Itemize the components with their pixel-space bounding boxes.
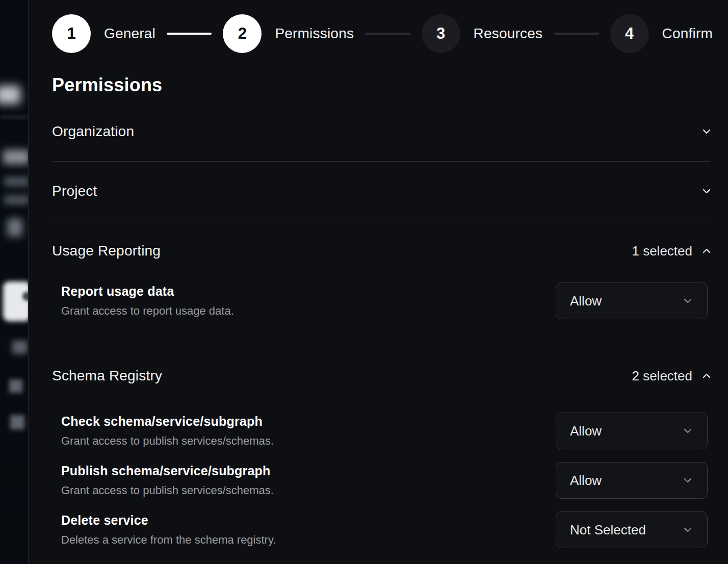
select-value: Not Selected (570, 522, 646, 538)
chevron-down-icon (700, 125, 713, 138)
step-confirm[interactable]: 4 Confirm (610, 14, 713, 53)
backdrop-blurred-text (4, 195, 29, 204)
app-root: 1 General 2 Permissions 3 Resources 4 Co… (0, 0, 728, 564)
backdrop-blurred-text (4, 177, 29, 186)
backdrop-blurred-card (3, 281, 29, 321)
step-permissions[interactable]: 2 Permissions (223, 14, 354, 53)
permission-description: Deletes a service from the schema regist… (61, 533, 276, 547)
create-key-wizard-panel: 1 General 2 Permissions 3 Resources 4 Co… (29, 0, 728, 564)
step-number-circle: 2 (223, 14, 262, 53)
permission-description: Grant access to publish services/schemas… (61, 434, 274, 448)
selected-count-badge: 2 selected (632, 368, 692, 384)
section-header-schema-registry[interactable]: Schema Registry 2 selected (52, 346, 713, 405)
step-label: Confirm (662, 25, 713, 42)
section-title: Project (52, 183, 97, 199)
permission-description: Grant access to publish services/schemas… (61, 484, 274, 497)
chevron-down-icon (682, 524, 694, 536)
stepper-connector (365, 33, 410, 35)
backdrop-blurred-text (3, 150, 29, 164)
permission-text: Report usage data Grant access to report… (52, 284, 234, 318)
selected-count-badge: 1 selected (632, 243, 692, 259)
permission-description: Grant access to report usage data. (61, 304, 234, 318)
permission-title: Report usage data (61, 284, 234, 299)
section-header-right: 2 selected (632, 368, 713, 384)
step-label: General (104, 25, 155, 42)
permission-row-check-schema: Check schema/service/subgraph Grant acce… (52, 413, 713, 449)
permission-select-delete-service[interactable]: Not Selected (556, 511, 708, 548)
backdrop-blurred-icon (7, 218, 22, 237)
select-value: Allow (570, 293, 602, 309)
permission-title: Publish schema/service/subgraph (61, 464, 274, 478)
section-title: Schema Registry (52, 368, 162, 384)
chevron-down-icon (700, 185, 713, 197)
permission-select-publish-schema[interactable]: Allow (556, 462, 708, 499)
step-number-circle: 4 (610, 14, 649, 53)
permission-title: Check schema/service/subgraph (61, 414, 274, 429)
background-page-strip (0, 0, 29, 564)
chevron-down-icon (682, 425, 694, 437)
stepper-connector (167, 33, 212, 35)
select-value: Allow (570, 423, 602, 439)
permission-row-publish-schema: Publish schema/service/subgraph Grant ac… (52, 462, 713, 499)
chevron-down-icon (682, 474, 694, 486)
section-header-organization[interactable]: Organization (52, 102, 713, 161)
step-general[interactable]: 1 General (52, 14, 155, 53)
permission-select-check-schema[interactable]: Allow (556, 413, 708, 449)
backdrop-blurred-dot (22, 292, 29, 301)
chevron-down-icon (682, 295, 694, 307)
chevron-up-icon (700, 370, 713, 382)
backdrop-blurred-text (9, 379, 22, 393)
section-usage-reporting: Usage Reporting 1 selected Report usage … (52, 221, 713, 346)
permission-title: Delete service (61, 513, 276, 528)
backdrop-blurred-text (10, 415, 24, 429)
section-title: Organization (52, 123, 134, 140)
step-resources[interactable]: 3 Resources (422, 14, 543, 53)
permission-text: Publish schema/service/subgraph Grant ac… (52, 464, 274, 497)
section-header-right: 1 selected (632, 243, 713, 259)
chevron-up-icon (700, 245, 713, 257)
permission-select-report-usage-data[interactable]: Allow (556, 283, 708, 319)
permission-row-report-usage-data: Report usage data Grant access to report… (52, 283, 713, 319)
wizard-stepper: 1 General 2 Permissions 3 Resources 4 Co… (52, 14, 713, 53)
stepper-connector (554, 33, 599, 35)
section-header-project[interactable]: Project (52, 162, 713, 221)
select-value: Allow (570, 473, 602, 489)
backdrop-blurred-badge (0, 86, 20, 104)
backdrop-blurred-divider (0, 116, 29, 118)
step-label: Resources (474, 25, 543, 42)
step-number-circle: 3 (422, 14, 460, 53)
permission-text: Check schema/service/subgraph Grant acce… (52, 414, 274, 448)
section-schema-registry: Schema Registry 2 selected Check schema/… (52, 346, 713, 548)
permission-row-delete-service: Delete service Deletes a service from th… (52, 511, 713, 548)
section-title: Usage Reporting (52, 243, 161, 259)
permission-text: Delete service Deletes a service from th… (52, 513, 276, 547)
backdrop-blurred-text (12, 341, 28, 354)
step-label: Permissions (275, 25, 354, 42)
step-number-circle: 1 (52, 14, 91, 53)
section-header-usage-reporting[interactable]: Usage Reporting 1 selected (52, 221, 713, 280)
page-title: Permissions (52, 74, 713, 96)
